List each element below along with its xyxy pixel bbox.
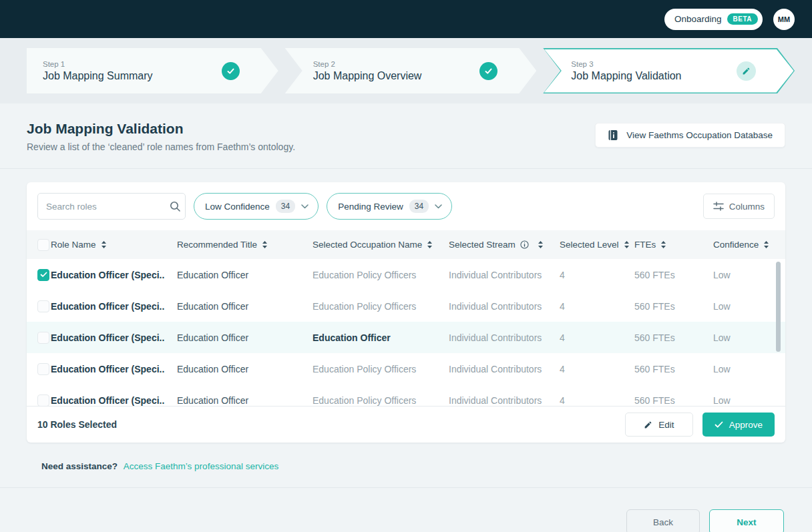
step-2-check-icon: [479, 62, 497, 80]
header-recommended-title[interactable]: Recommended Title: [177, 240, 313, 250]
card-footer: 10 Roles Selected Edit Approve: [27, 406, 785, 443]
header-selected-stream[interactable]: Selected Stream: [449, 240, 560, 250]
columns-button-label: Columns: [729, 202, 765, 212]
stepper-step-2[interactable]: Step 2 Job Mapping Overview: [285, 48, 537, 93]
table-row[interactable]: Education Officer (Speci.. Education Off…: [27, 384, 785, 406]
cell-selected-level: 4: [560, 301, 634, 312]
header-ftes[interactable]: FTEs: [634, 240, 713, 250]
table-row[interactable]: Education Officer (Speci.. Education Off…: [27, 290, 785, 322]
info-icon[interactable]: [520, 240, 529, 249]
sort-icon[interactable]: [427, 240, 433, 249]
row-checkbox[interactable]: [37, 332, 49, 344]
cell-selected-level: 4: [560, 364, 634, 374]
sort-icon[interactable]: [763, 240, 769, 249]
row-checkbox[interactable]: [37, 363, 49, 375]
page-header: Job Mapping Validation Review a list of …: [0, 103, 812, 169]
table-row[interactable]: Education Officer (Speci.. Education Off…: [27, 322, 785, 353]
sort-icon[interactable]: [624, 240, 630, 249]
assistance-prefix: Need assistance?: [41, 461, 118, 471]
cell-role-name: Education Officer (Speci..: [51, 332, 177, 343]
card-toolbar: Low Confidence 34 Pending Review 34 Colu…: [27, 182, 785, 230]
onboarding-label: Onboarding: [674, 14, 722, 24]
cell-selected-level: 4: [560, 270, 634, 280]
cell-selected-occupation: Education Policy Officers: [313, 364, 449, 374]
header-selected-level[interactable]: Selected Level: [560, 240, 634, 250]
table-scrollbar[interactable]: [776, 262, 781, 403]
step-1-title: Job Mapping Summary: [43, 70, 153, 82]
pencil-icon: [644, 421, 652, 429]
roles-card: Low Confidence 34 Pending Review 34 Colu…: [27, 182, 785, 443]
check-icon: [715, 421, 723, 429]
cell-selected-stream: Individual Contributors: [449, 364, 560, 374]
cell-ftes: 560 FTEs: [634, 332, 713, 343]
avatar[interactable]: MM: [773, 9, 795, 30]
cell-selected-stream: Individual Contributors: [449, 395, 560, 406]
step-2-title: Job Mapping Overview: [313, 70, 422, 82]
view-occupation-database-button[interactable]: View Faethms Occupation Database: [595, 123, 785, 148]
step-3-pencil-icon: [737, 61, 756, 81]
cell-selected-occupation: Education Policy Officers: [313, 395, 449, 406]
scrollbar-thumb[interactable]: [776, 262, 781, 352]
step-1-check-icon: [222, 62, 240, 80]
sort-icon[interactable]: [262, 240, 268, 249]
cell-confidence: Low: [713, 364, 775, 374]
approve-button-label: Approve: [729, 420, 763, 430]
header-confidence[interactable]: Confidence: [713, 240, 775, 250]
page-subtitle: Review a list of the ‘cleaned’ role name…: [27, 142, 295, 152]
edit-button[interactable]: Edit: [625, 413, 693, 437]
cell-role-name: Education Officer (Speci..: [51, 270, 177, 280]
columns-button[interactable]: Columns: [703, 194, 775, 219]
cell-selected-stream: Individual Contributors: [449, 332, 560, 343]
search-icon: [170, 201, 181, 212]
app-screen: Onboarding BETA MM Step 1 Job Mapping Su…: [0, 0, 812, 532]
roles-selected-count: 10 Roles Selected: [37, 419, 117, 430]
search-box: [37, 193, 186, 220]
header-selected-occupation[interactable]: Selected Occupation Name: [313, 240, 449, 250]
filter-low-confidence-label: Low Confidence: [205, 202, 270, 212]
db-button-label: View Faethms Occupation Database: [626, 130, 773, 140]
filter-pending-review-count: 34: [409, 200, 429, 213]
cell-role-name: Education Officer (Speci..: [51, 395, 177, 406]
stepper: Step 1 Job Mapping Summary Step 2 Job Ma…: [0, 38, 812, 103]
cell-ftes: 560 FTEs: [634, 395, 713, 406]
sort-icon[interactable]: [660, 240, 666, 249]
book-icon: [608, 129, 618, 141]
back-button[interactable]: Back: [626, 509, 700, 532]
bottom-nav: Back Next: [0, 488, 812, 532]
cell-confidence: Low: [713, 395, 775, 406]
cell-selected-occupation: Education Policy Officers: [313, 270, 449, 280]
onboarding-button[interactable]: Onboarding BETA: [664, 9, 763, 30]
header-role-name[interactable]: Role Name: [51, 240, 177, 250]
filter-pending-review-label: Pending Review: [338, 202, 403, 212]
step-2-label: Step 2: [313, 60, 422, 68]
cell-selected-level: 4: [560, 332, 634, 343]
page-title: Job Mapping Validation: [27, 121, 295, 137]
filter-low-confidence[interactable]: Low Confidence 34: [194, 193, 319, 220]
row-checkbox[interactable]: [37, 394, 49, 407]
cell-recommended-title: Education Officer: [177, 364, 313, 374]
sort-icon[interactable]: [538, 240, 544, 249]
cell-selected-level: 4: [560, 395, 634, 406]
filter-pending-review[interactable]: Pending Review 34: [327, 193, 452, 220]
columns-icon: [713, 202, 724, 211]
table-row[interactable]: Education Officer (Speci.. Education Off…: [27, 353, 785, 384]
approve-button[interactable]: Approve: [702, 413, 775, 437]
next-button[interactable]: Next: [709, 509, 784, 532]
search-input[interactable]: [46, 202, 164, 212]
chevron-down-icon: [301, 204, 309, 209]
stepper-step-3[interactable]: Step 3 Job Mapping Validation: [543, 48, 795, 93]
cell-recommended-title: Education Officer: [177, 301, 313, 312]
step-3-title: Job Mapping Validation: [571, 70, 681, 82]
select-all-checkbox[interactable]: [37, 239, 49, 251]
assistance-row: Need assistance? Access Faethm’s profess…: [0, 444, 812, 488]
row-checkbox[interactable]: [37, 300, 49, 312]
cell-recommended-title: Education Officer: [177, 332, 313, 343]
professional-services-link[interactable]: Access Faethm’s professional services: [124, 461, 278, 471]
table-row[interactable]: Education Officer (Speci.. Education Off…: [27, 259, 785, 290]
cell-role-name: Education Officer (Speci..: [51, 301, 177, 312]
table-header: Role Name Recommended Title Selected Occ…: [27, 230, 785, 259]
sort-icon[interactable]: [101, 240, 107, 249]
row-checkbox[interactable]: [37, 269, 49, 281]
cell-selected-occupation: Education Officer: [313, 332, 449, 343]
stepper-step-1[interactable]: Step 1 Job Mapping Summary: [27, 48, 278, 93]
